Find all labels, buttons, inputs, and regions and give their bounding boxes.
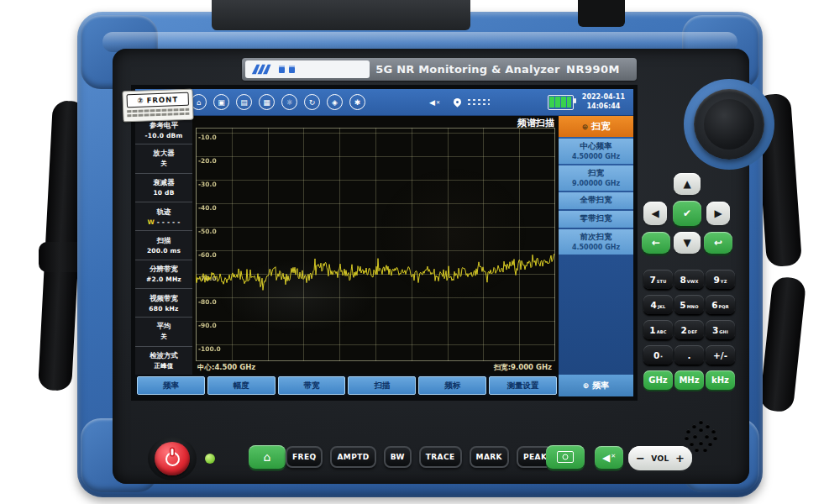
left-arrow-icon: ◀ <box>651 207 659 219</box>
camera-icon[interactable]: ▣ <box>213 94 229 110</box>
datetime: 2022-04-11 14:06:44 <box>582 93 625 111</box>
softkey-header-span[interactable]: ⊕扫宽 <box>559 116 633 137</box>
softkey[interactable]: 扫宽9.00000 GHz <box>559 165 633 191</box>
time-label: 14:06:44 <box>582 102 625 111</box>
key-8[interactable]: 8VWX <box>674 270 704 289</box>
power-led <box>205 454 215 464</box>
function-key-row: FREQAMPTDBWTRACEMARKPEAK <box>286 446 554 468</box>
sticker-label: FRONT <box>146 95 178 104</box>
undo-arrow-icon: ↩ <box>714 237 722 249</box>
key-main-label: 6 <box>711 300 717 310</box>
home-button[interactable]: ⌂ <box>249 445 286 469</box>
mute-button[interactable]: ◀✕ <box>595 446 623 469</box>
grille-hole <box>685 436 689 440</box>
sidebar-item-label: 放大器 <box>153 149 175 159</box>
top-connector <box>212 0 470 30</box>
device-title: 5G NR Monitoring & Analyzer <box>370 63 566 76</box>
save-icon[interactable]: ▦ <box>259 94 275 110</box>
key-1[interactable]: 1ABC <box>643 320 673 339</box>
right-key[interactable]: ▶ <box>706 202 730 225</box>
sidebar-item[interactable]: 衰减器10 dB <box>135 174 192 202</box>
grille-hole <box>699 441 703 445</box>
sidebar-item-label: 扫描 <box>157 236 171 246</box>
refresh-icon[interactable]: ↻ <box>304 94 320 110</box>
softkey-bottom-frequency[interactable]: ⊕频率 <box>559 375 633 396</box>
left-key[interactable]: ◀ <box>643 202 667 225</box>
key-5[interactable]: 5MNO <box>674 295 704 314</box>
key-[interactable]: +/- <box>706 345 735 365</box>
key-9[interactable]: 9YZ <box>706 270 735 289</box>
key-main-label: 8 <box>680 275 685 285</box>
volume-up[interactable]: + <box>675 452 685 465</box>
camera-button[interactable] <box>546 445 585 469</box>
menu-button[interactable]: 频率 <box>137 376 205 395</box>
mute-speaker-icon[interactable]: ◀✕ <box>429 98 440 107</box>
logo-glyph-icon <box>251 63 275 76</box>
camera-icon <box>557 451 574 463</box>
key-[interactable]: . <box>674 345 704 365</box>
softkey-label: 全带扫宽 <box>559 195 633 206</box>
sidebar-item[interactable]: 放大器关 <box>135 144 192 173</box>
key-4[interactable]: 4JKL <box>643 295 673 314</box>
device-photo: 5G NR Monitoring & Analyzer NR990M ⌂▣▤▦☼… <box>0 0 824 504</box>
bulb-icon[interactable]: ☼ <box>281 94 297 110</box>
key-khz[interactable]: kHz <box>706 370 735 390</box>
key-3[interactable]: 3GHI <box>706 320 735 339</box>
grille-hole <box>708 442 712 446</box>
undo-key[interactable]: ↩ <box>704 232 732 254</box>
menu-button[interactable]: 频标 <box>418 376 486 395</box>
grille-hole <box>690 442 694 446</box>
button-bw[interactable]: BW <box>384 446 412 468</box>
key-6[interactable]: 6PQR <box>706 295 735 314</box>
grille-hole <box>713 436 717 440</box>
up-key[interactable]: ▲ <box>674 173 701 195</box>
power-icon <box>165 452 180 466</box>
brand-logo <box>245 60 370 78</box>
key-main-label: 2 <box>681 325 687 335</box>
softkey-value: 4.50000 GHz <box>559 244 633 251</box>
sidebar-item[interactable]: 分辨带宽#2.0 MHz <box>135 260 192 289</box>
key-main-label: +/- <box>713 350 727 360</box>
sidebar-item[interactable]: 检波方式正峰值 <box>135 347 192 375</box>
sidebar-item[interactable]: 扫描200.0 ms <box>135 231 192 260</box>
key-7[interactable]: 7STU <box>643 270 673 289</box>
sidebar-item[interactable]: 视频带宽680 kHz <box>135 289 192 318</box>
softkey[interactable]: 全带扫宽 <box>559 192 633 209</box>
backspace-key[interactable]: ← <box>642 232 670 254</box>
button-freq[interactable]: FREQ <box>286 446 323 468</box>
button-mark[interactable]: MARK <box>470 446 509 468</box>
volume-label: VOL <box>651 454 669 463</box>
key-0[interactable]: 0* <box>643 345 673 365</box>
key-2[interactable]: 2DEF <box>674 320 704 339</box>
sidebar-item-label: 视频带宽 <box>150 294 178 304</box>
menu-button[interactable]: 带宽 <box>278 376 346 395</box>
button-trace[interactable]: TRACE <box>419 446 462 468</box>
lock-icon[interactable]: ◈ <box>327 94 343 110</box>
down-key[interactable]: ▼ <box>674 232 701 254</box>
softkey[interactable]: 零带扫宽 <box>559 211 633 228</box>
menu-button[interactable]: 幅度 <box>207 376 276 395</box>
key-mhz[interactable]: MHz <box>674 370 704 390</box>
date-label: 2022-04-11 <box>582 93 625 102</box>
key-ghz[interactable]: GHz <box>643 370 673 390</box>
settings-icon[interactable]: ✱ <box>349 94 365 110</box>
gps-pin-icon[interactable] <box>452 97 463 108</box>
key-sub-label: * <box>660 354 663 360</box>
folder-icon[interactable]: ▤ <box>236 94 252 110</box>
volume-down[interactable]: − <box>636 452 645 465</box>
key-main-label: . <box>688 350 691 360</box>
sidebar-item[interactable]: 平均关 <box>135 318 192 346</box>
volume-rocker[interactable]: − VOL + <box>628 446 692 470</box>
menu-button[interactable]: 扫描 <box>348 376 416 395</box>
menu-button[interactable]: 测量设置 <box>489 376 557 395</box>
softkey[interactable]: 前次扫宽4.50000 GHz <box>559 229 633 255</box>
center-frequency-label: 中心:4.500 GHz <box>197 363 255 373</box>
top-knob-connector <box>578 0 625 27</box>
power-button[interactable] <box>155 442 190 475</box>
softkey[interactable]: 中心频率4.50000 GHz <box>559 139 633 164</box>
grille-hole <box>705 434 709 438</box>
enter-key[interactable]: ✔ <box>673 201 701 226</box>
button-amptd[interactable]: AMPTD <box>330 446 375 468</box>
sidebar-item[interactable]: 轨迹W - - - - - <box>135 202 192 231</box>
grille-hole <box>703 448 707 452</box>
